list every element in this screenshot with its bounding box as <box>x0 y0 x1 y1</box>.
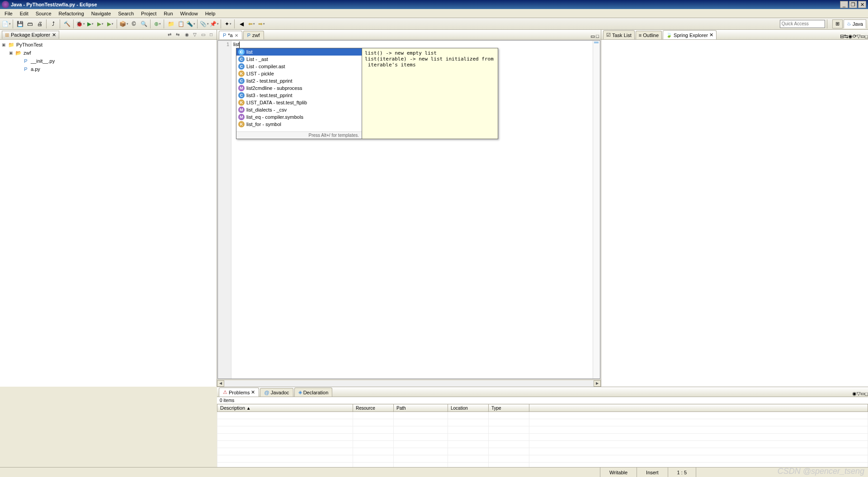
run-button[interactable]: ▶ <box>86 19 95 28</box>
folder-node[interactable]: ▣ 📂 zwf <box>1 49 216 57</box>
view-menu-button[interactable]: ▽ <box>191 31 198 38</box>
package-explorer-tab[interactable]: ⊞ Package Explorer ✕ <box>2 31 59 39</box>
tab-task-list[interactable]: ☑Task List <box>603 30 635 39</box>
menu-file[interactable]: File <box>1 10 16 17</box>
new-button[interactable]: 📄 <box>2 19 11 28</box>
project-node[interactable]: ▣ 📁 PyThonTest <box>1 41 216 49</box>
overview-ruler[interactable] <box>593 41 600 379</box>
java-perspective-button[interactable]: ♨ Java <box>844 19 866 28</box>
skip-breakpoints-button[interactable]: ⤴ <box>49 19 58 28</box>
autocomplete-item[interactable]: Clist2 - test.test_pprint <box>236 77 362 84</box>
link-button[interactable]: ⇆ <box>844 33 848 39</box>
back-history-button[interactable]: ◀ <box>237 19 246 28</box>
menu-refactoring[interactable]: Refactoring <box>55 10 88 17</box>
scroll-left-icon[interactable]: ◀ <box>217 380 224 387</box>
horizontal-scrollbar[interactable]: ◀ ▶ <box>217 379 601 387</box>
minimize-view-button[interactable]: ▭ <box>199 31 207 38</box>
menu-navigate[interactable]: Navigate <box>88 10 114 17</box>
new-project-button[interactable]: ⊕ <box>153 19 162 28</box>
tab-javadoc[interactable]: @Javadoc <box>260 388 293 397</box>
quick-access-input[interactable] <box>780 20 825 28</box>
code-editor[interactable]: 1 list Clist CList - _ast CList - compil… <box>217 40 600 379</box>
autocomplete-item[interactable]: CList - _ast <box>236 56 362 63</box>
open-perspective-button[interactable]: ⊞ <box>832 19 843 28</box>
menu-source[interactable]: Source <box>32 10 55 17</box>
col-type[interactable]: Type <box>489 404 529 412</box>
tab-spring-explorer[interactable]: 🍃Spring Explorer✕ <box>663 30 717 39</box>
project-tree[interactable]: ▣ 📁 PyThonTest ▣ 📂 zwf P __init__.py P a… <box>0 40 217 387</box>
close-button[interactable]: ✕ <box>858 1 866 8</box>
forward-dropdown[interactable]: ➡ <box>257 19 266 28</box>
focus-task-button[interactable]: ◉ <box>183 31 190 38</box>
annotation-prev-button[interactable]: 📌 <box>210 19 219 28</box>
new-package-button[interactable]: 📦 <box>119 19 128 28</box>
coverage-button[interactable]: ▶ <box>96 19 105 28</box>
autocomplete-item[interactable]: Mlist_dialects - _csv <box>236 106 362 113</box>
run-last-button[interactable]: ▶ <box>106 19 115 28</box>
autocomplete-item[interactable]: Mlist2cmdline - subprocess <box>236 84 362 92</box>
autocomplete-item[interactable]: KLIST_DATA - test.test_ftplib <box>236 99 362 106</box>
save-button[interactable]: 💾 <box>15 19 24 28</box>
minimize-view-button[interactable]: ▭ <box>860 33 865 39</box>
new-class-button[interactable]: © <box>129 19 138 28</box>
collapse-button[interactable]: ⊟ <box>840 33 844 39</box>
close-icon[interactable]: ✕ <box>52 32 56 38</box>
view-menu-button[interactable]: ▽ <box>857 391 860 397</box>
close-icon[interactable]: ✕ <box>235 33 238 38</box>
minimize-editor-button[interactable]: ▭ <box>590 33 595 39</box>
maximize-editor-button[interactable]: □ <box>596 33 599 39</box>
close-icon[interactable]: ✕ <box>251 389 255 395</box>
autocomplete-item[interactable]: Mlist_eq - compiler.symbols <box>236 113 362 121</box>
tab-declaration[interactable]: ◈Declaration <box>294 388 333 397</box>
refresh-button[interactable]: ⟳ <box>853 33 857 39</box>
editor-tab-a[interactable]: P *a ✕ <box>219 31 242 39</box>
minimize-view-button[interactable]: ▭ <box>860 391 865 397</box>
tab-outline[interactable]: ≡Outline <box>636 31 662 39</box>
open-task-button[interactable]: 📁 <box>166 19 175 28</box>
col-resource[interactable]: Resource <box>353 404 394 412</box>
focus-button[interactable]: ◉ <box>852 391 857 397</box>
last-edit-button[interactable]: ✦ <box>223 19 232 28</box>
editor-tab-zwf[interactable]: P zwf <box>243 31 264 39</box>
file-node[interactable]: P __init__.py <box>1 57 216 65</box>
open-type-button[interactable]: 🔍 <box>139 19 148 28</box>
debug-button[interactable]: 🐞 <box>76 19 85 28</box>
menu-window[interactable]: Window <box>177 10 202 17</box>
maximize-view-button[interactable]: □ <box>865 391 868 397</box>
autocomplete-list[interactable]: Clist CList - _ast CList - compiler.ast … <box>236 48 362 139</box>
menu-edit[interactable]: Edit <box>16 10 32 17</box>
problems-table[interactable]: Description ▲ Resource Path Location Typ… <box>217 404 868 477</box>
file-node[interactable]: P a.py <box>1 65 216 73</box>
autocomplete-item[interactable]: Clist3 - test.test_pprint <box>236 92 362 99</box>
autocomplete-item[interactable]: KLIST - pickle <box>236 70 362 77</box>
build-button[interactable]: 🔨 <box>62 19 71 28</box>
maximize-button[interactable]: ❐ <box>849 1 857 8</box>
maximize-view-button[interactable]: □ <box>208 31 215 38</box>
link-editor-button[interactable]: ⇆ <box>174 31 181 38</box>
table-row <box>217 448 868 455</box>
col-description[interactable]: Description ▲ <box>217 404 353 412</box>
new-task-button[interactable]: 📋 <box>176 19 185 28</box>
menu-project[interactable]: Project <box>137 10 160 17</box>
autocomplete-item[interactable]: Clist <box>236 48 362 56</box>
tab-problems[interactable]: ⚠Problems✕ <box>219 388 259 397</box>
col-location[interactable]: Location <box>448 404 489 412</box>
maximize-view-button[interactable]: □ <box>865 34 868 39</box>
menu-help[interactable]: Help <box>202 10 219 17</box>
menu-search[interactable]: Search <box>114 10 137 17</box>
scroll-right-icon[interactable]: ▶ <box>594 380 601 387</box>
view-menu-button[interactable]: ▽ <box>857 33 860 39</box>
col-path[interactable]: Path <box>394 404 448 412</box>
back-dropdown[interactable]: ⬅ <box>247 19 256 28</box>
save-all-button[interactable]: 🗃 <box>25 19 34 28</box>
minimize-button[interactable]: _ <box>840 1 848 8</box>
print-button[interactable]: 🖨 <box>35 19 44 28</box>
collapse-all-button[interactable]: ⇄ <box>166 31 173 38</box>
menu-run[interactable]: Run <box>160 10 176 17</box>
autocomplete-item[interactable]: Klist_for - symbol <box>236 121 362 128</box>
close-icon[interactable]: ✕ <box>709 32 713 38</box>
annotation-nav-button[interactable]: 📎 <box>200 19 209 28</box>
search-button[interactable]: 🔦 <box>186 19 195 28</box>
autocomplete-item[interactable]: CList - compiler.ast <box>236 63 362 70</box>
filter-button[interactable]: ◉ <box>848 33 853 39</box>
